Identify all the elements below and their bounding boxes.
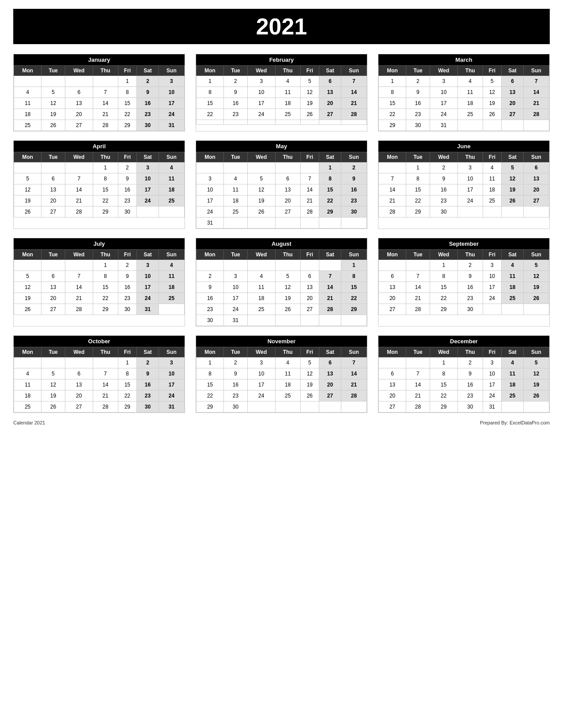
day-cell: 5 (14, 173, 42, 184)
day-cell: 20 (523, 184, 549, 195)
day-cell: 21 (341, 98, 367, 109)
day-cell: 9 (224, 87, 247, 98)
month-table-may: MonTueWedThuFriSatSun1234567891011121314… (196, 152, 367, 229)
day-cell (275, 162, 300, 173)
week-row: 9101112131415 (196, 282, 367, 293)
day-cell: 31 (483, 402, 502, 413)
day-cell: 27 (300, 304, 319, 315)
month-november: NovemberMonTueWedThuFriSatSun12345678910… (196, 335, 367, 413)
week-row: 3456789 (196, 173, 367, 184)
day-cell: 15 (430, 379, 457, 390)
day-cell: 2 (430, 162, 457, 173)
week-row: 2728293031 (379, 402, 549, 413)
day-cell: 30 (137, 120, 159, 131)
day-cell: 17 (159, 98, 184, 109)
day-header-sun: Sun (523, 152, 549, 162)
month-june: JuneMonTueWedThuFriSatSun123456789101112… (378, 140, 550, 229)
day-cell: 8 (379, 87, 406, 98)
week-row: 13141516171819 (379, 282, 549, 293)
day-cell: 9 (118, 271, 137, 282)
day-cell: 8 (93, 173, 118, 184)
day-cell: 12 (14, 184, 42, 195)
day-cell: 11 (159, 271, 184, 282)
day-cell: 30 (118, 304, 137, 315)
day-cell (275, 402, 300, 413)
week-row: 22232425262728 (196, 109, 367, 120)
day-cell: 13 (65, 379, 93, 390)
day-cell: 30 (341, 206, 367, 218)
day-cell: 10 (137, 173, 159, 184)
day-cell: 14 (341, 368, 367, 379)
day-cell: 25 (275, 109, 300, 120)
day-cell: 17 (224, 293, 247, 304)
day-cell: 9 (196, 282, 224, 293)
day-cell (42, 76, 65, 87)
day-cell: 20 (379, 293, 406, 304)
day-cell: 8 (430, 271, 457, 282)
day-header-wed: Wed (247, 250, 275, 260)
week-row: 19202122232425 (14, 195, 185, 206)
day-cell: 3 (159, 357, 184, 368)
month-may: MayMonTueWedThuFriSatSun1234567891011121… (196, 140, 367, 229)
day-cell: 14 (406, 379, 430, 390)
day-cell (65, 260, 93, 271)
day-cell: 22 (430, 293, 457, 304)
day-header-thu: Thu (457, 347, 483, 357)
day-header-tue: Tue (224, 347, 247, 357)
day-cell: 20 (319, 379, 341, 390)
day-cell (406, 260, 430, 271)
day-cell: 14 (379, 184, 406, 195)
week-row: 19202122232425 (14, 293, 185, 304)
day-header-sun: Sun (341, 152, 367, 162)
day-cell: 10 (483, 368, 502, 379)
day-cell: 10 (224, 282, 247, 293)
month-header-august: August (196, 238, 367, 249)
day-cell: 2 (137, 76, 159, 87)
day-cell: 6 (65, 368, 93, 379)
day-header-tue: Tue (42, 347, 65, 357)
day-header-wed: Wed (430, 250, 457, 260)
day-cell: 19 (14, 195, 42, 206)
week-row: 14151617181920 (379, 184, 549, 195)
day-cell: 29 (196, 402, 224, 413)
day-cell: 16 (457, 379, 483, 390)
day-cell: 9 (118, 173, 137, 184)
day-cell: 5 (502, 162, 524, 173)
day-cell: 16 (341, 184, 367, 195)
day-header-tue: Tue (42, 152, 65, 162)
day-cell: 29 (319, 206, 341, 218)
day-header-sat: Sat (319, 347, 341, 357)
day-cell: 5 (42, 368, 65, 379)
day-cell: 2 (137, 357, 159, 368)
day-cell: 25 (159, 293, 184, 304)
day-cell (502, 206, 524, 218)
day-header-sun: Sun (523, 66, 549, 76)
day-cell (341, 120, 367, 125)
day-cell: 12 (300, 87, 319, 98)
day-cell: 29 (93, 304, 118, 315)
day-cell: 8 (196, 368, 224, 379)
day-cell: 17 (457, 184, 483, 195)
day-cell: 29 (406, 206, 430, 218)
month-table-march: MonTueWedThuFriSatSun1234567891011121314… (378, 65, 549, 131)
day-header-fri: Fri (300, 152, 319, 162)
month-table-december: MonTueWedThuFriSatSun1234567891011121314… (378, 347, 549, 413)
day-header-fri: Fri (483, 250, 502, 260)
day-header-sun: Sun (341, 66, 367, 76)
day-cell (42, 260, 65, 271)
day-cell: 12 (300, 368, 319, 379)
month-header-june: June (378, 141, 549, 152)
day-cell: 18 (224, 195, 247, 206)
day-cell: 4 (502, 357, 524, 368)
day-cell: 12 (14, 282, 42, 293)
day-cell (502, 304, 524, 315)
day-cell: 17 (137, 184, 159, 195)
day-cell: 14 (93, 98, 118, 109)
day-cell: 29 (118, 402, 137, 413)
day-cell: 20 (502, 98, 524, 109)
day-cell: 15 (319, 184, 341, 195)
day-cell: 21 (341, 379, 367, 390)
day-cell: 3 (137, 162, 159, 173)
day-cell: 24 (137, 195, 159, 206)
day-cell: 17 (430, 98, 457, 109)
